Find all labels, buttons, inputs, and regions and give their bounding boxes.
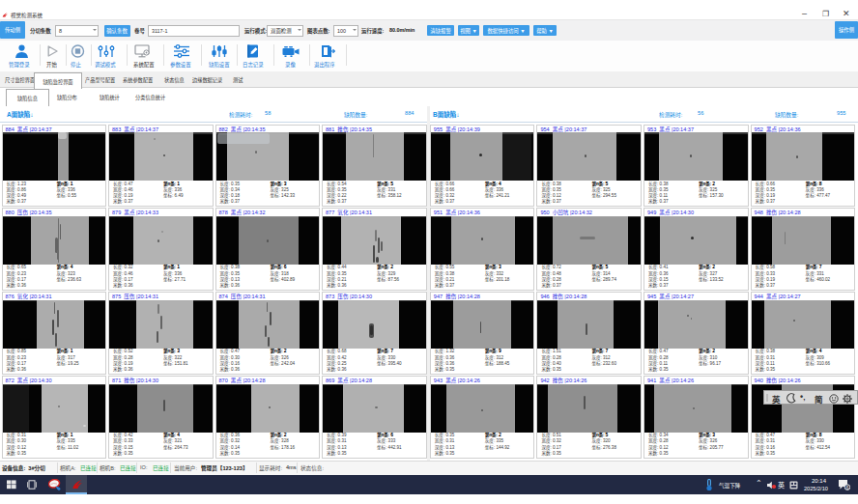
svg-text:6: 6 [845,485,848,490]
